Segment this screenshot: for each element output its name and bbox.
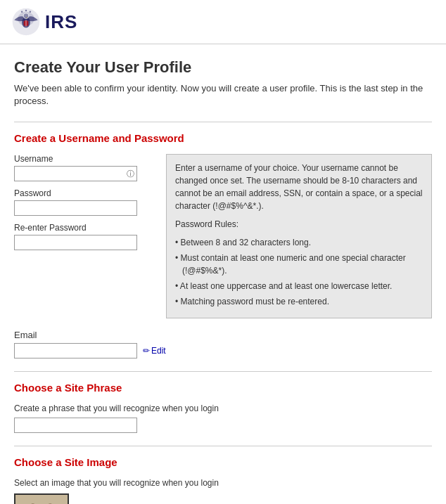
password-input[interactable] — [14, 200, 137, 216]
edit-link[interactable]: ✏ Edit — [143, 346, 166, 356]
page-description: We've been able to confirm your identity… — [14, 82, 432, 108]
email-row: ✏ Edit — [14, 343, 432, 358]
username-info-text: Enter a username of your choice. Your us… — [175, 162, 423, 212]
reenter-password-group: Re-enter Password — [14, 223, 155, 250]
site-image-subtext: Select an image that you will recognize … — [14, 478, 432, 488]
password-rules-heading: Password Rules: — [175, 218, 423, 231]
email-section: Email ✏ Edit — [14, 330, 432, 358]
site-image-section: Choose a Site Image Select an image that… — [14, 456, 432, 504]
site-phrase-input[interactable] — [14, 418, 137, 433]
password-rule-1: • Between 8 and 32 characters long. — [175, 236, 423, 249]
site-phrase-subtext: Create a phrase that you will recognize … — [14, 403, 432, 413]
site-phrase-heading: Choose a Site Phrase — [14, 382, 432, 394]
password-group: Password — [14, 188, 155, 216]
site-image-heading: Choose a Site Image — [14, 456, 432, 468]
svg-point-7 — [30, 11, 32, 13]
reenter-password-input[interactable] — [14, 235, 137, 250]
svg-point-5 — [21, 11, 23, 13]
main-content: Create Your User Profile We've been able… — [0, 44, 446, 504]
page-title: Create Your User Profile — [14, 58, 432, 77]
eagle-icon — [11, 7, 41, 37]
svg-rect-8 — [15, 495, 68, 504]
password-rules-list: • Between 8 and 32 characters long. • Mu… — [175, 236, 423, 308]
email-label: Email — [14, 330, 37, 340]
username-input-wrapper: ⓘ — [14, 166, 137, 181]
reenter-label: Re-enter Password — [14, 223, 155, 233]
ferret-image — [15, 493, 68, 504]
email-input[interactable] — [14, 343, 137, 358]
info-icon: ⓘ — [127, 169, 134, 179]
site-image-box[interactable] — [14, 493, 69, 504]
edit-label: Edit — [151, 346, 166, 356]
password-label: Password — [14, 188, 155, 198]
username-label: Username — [14, 154, 155, 164]
irs-logo-text: IRS — [45, 11, 77, 33]
irs-logo: IRS — [11, 7, 77, 37]
divider-1 — [14, 122, 432, 122]
username-input[interactable] — [14, 166, 137, 181]
svg-point-6 — [25, 10, 27, 12]
divider-2 — [14, 371, 432, 372]
username-password-section: Create a Username and Password Username … — [14, 132, 432, 318]
username-form-layout: Username ⓘ Password Re-enter Password — [14, 154, 432, 318]
username-section-heading: Create a Username and Password — [14, 132, 432, 144]
site-phrase-section: Choose a Site Phrase Create a phrase tha… — [14, 382, 432, 433]
divider-3 — [14, 446, 432, 446]
password-rule-3: • At least one uppercase and at least on… — [175, 280, 423, 292]
username-info-box: Enter a username of your choice. Your us… — [166, 154, 432, 318]
pencil-icon: ✏ — [143, 346, 150, 356]
password-rule-4: • Matching password must be re-entered. — [175, 295, 423, 308]
username-group: Username ⓘ — [14, 154, 155, 181]
page-header: IRS — [0, 0, 446, 44]
form-fields: Username ⓘ Password Re-enter Password — [14, 154, 155, 318]
password-rule-2: • Must contain at least one numeric and … — [175, 252, 423, 277]
